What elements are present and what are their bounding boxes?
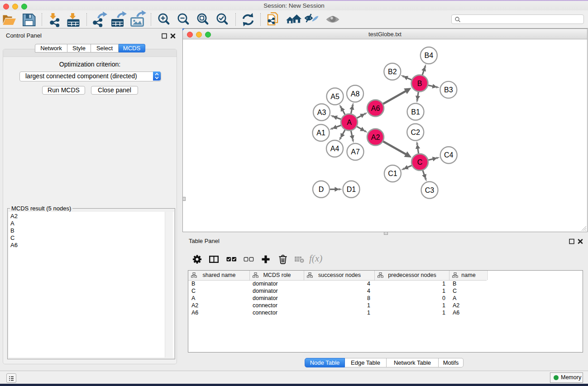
svg-text:B1: B1 bbox=[411, 108, 420, 116]
svg-text:D: D bbox=[319, 186, 324, 193]
svg-text:C3: C3 bbox=[425, 186, 435, 194]
svg-text:A6: A6 bbox=[371, 105, 380, 112]
svg-text:A3: A3 bbox=[317, 109, 326, 116]
svg-text:C4: C4 bbox=[444, 151, 454, 159]
svg-text:C2: C2 bbox=[411, 129, 420, 136]
svg-text:A7: A7 bbox=[351, 148, 360, 156]
svg-text:C1: C1 bbox=[388, 170, 397, 177]
svg-text:C: C bbox=[417, 158, 423, 166]
svg-text:A8: A8 bbox=[351, 90, 360, 98]
svg-text:A: A bbox=[347, 119, 352, 126]
svg-text:B: B bbox=[417, 80, 422, 87]
svg-text:A5: A5 bbox=[330, 93, 339, 100]
svg-text:B3: B3 bbox=[444, 86, 453, 94]
svg-text:A1: A1 bbox=[316, 129, 325, 137]
svg-text:D1: D1 bbox=[347, 186, 356, 193]
svg-text:A2: A2 bbox=[371, 133, 380, 141]
svg-text:B4: B4 bbox=[425, 52, 434, 59]
svg-text:B2: B2 bbox=[388, 68, 397, 76]
svg-text:A4: A4 bbox=[330, 145, 339, 152]
